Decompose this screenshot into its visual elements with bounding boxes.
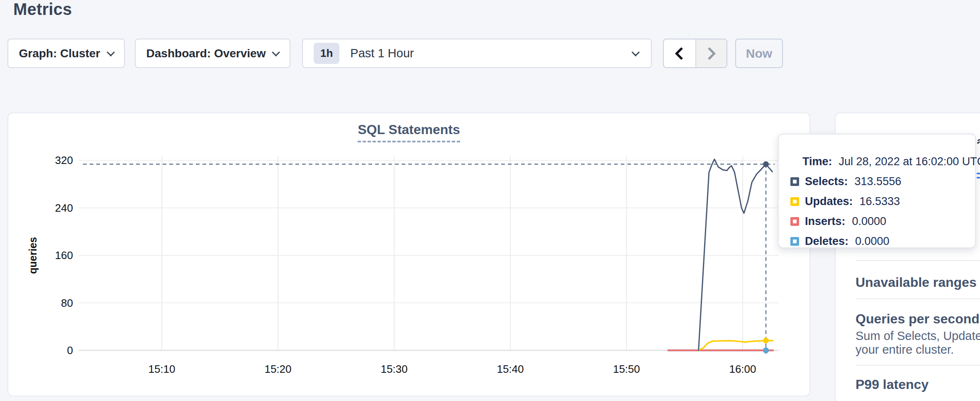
tooltip-selects-label: Selects: bbox=[805, 175, 848, 188]
deletes-series-swatch bbox=[790, 237, 799, 246]
tooltip-inserts-row: Inserts: 0.0000 bbox=[790, 214, 968, 228]
chevron-down-icon bbox=[631, 48, 640, 56]
tooltip-updates-row: Updates: 16.5333 bbox=[790, 194, 968, 208]
tooltip-inserts-label: Inserts: bbox=[805, 215, 846, 228]
chart-hover-tooltip: Time: Jul 28, 2022 at 16:02:00 UTC Selec… bbox=[778, 134, 976, 248]
tooltip-selects-value: 313.5556 bbox=[855, 175, 902, 188]
selects-series-swatch bbox=[790, 177, 799, 186]
tooltip-time-row: Time: Jul 28, 2022 at 16:02:00 UTC bbox=[802, 154, 968, 169]
tooltip-selects-row: Selects: 313.5556 bbox=[790, 174, 968, 188]
divider bbox=[856, 298, 980, 299]
qps-description-line2: your entire cluster. bbox=[856, 343, 980, 357]
time-range-dropdown[interactable]: 1h Past 1 Hour bbox=[302, 39, 652, 68]
tooltip-updates-value: 16.5333 bbox=[860, 195, 900, 208]
tooltip-time-label: Time: bbox=[802, 155, 832, 168]
updates-series-swatch bbox=[790, 197, 799, 206]
chevron-down-icon bbox=[272, 48, 280, 56]
tooltip-deletes-row: Deletes: 0.0000 bbox=[790, 234, 968, 248]
chevron-right-icon bbox=[703, 47, 716, 60]
divider bbox=[856, 260, 980, 261]
step-forward-button-disabled[interactable] bbox=[695, 39, 727, 67]
tooltip-inserts-value: 0.0000 bbox=[852, 215, 887, 228]
tooltip-deletes-value: 0.0000 bbox=[855, 235, 890, 248]
sidebar-item-p99-latency: P99 latency bbox=[856, 377, 980, 392]
chevron-left-icon bbox=[675, 47, 687, 60]
graph-scope-dropdown[interactable]: Graph: Cluster bbox=[7, 39, 125, 68]
now-button[interactable]: Now bbox=[735, 39, 783, 68]
graph-scope-label: Graph: Cluster bbox=[19, 47, 100, 60]
chart-title-wrap: SQL Statements bbox=[7, 122, 810, 142]
page-title: Metrics bbox=[13, 0, 72, 19]
step-back-button[interactable] bbox=[664, 39, 695, 67]
clipped-text-fragment: a bbox=[977, 134, 980, 144]
qps-description-line1: Sum of Selects, Updates, Inser bbox=[856, 329, 980, 343]
sidebar-item-unavailable-ranges: Unavailable ranges bbox=[856, 275, 980, 290]
dashboard-dropdown[interactable]: Dashboard: Overview bbox=[135, 39, 290, 68]
divider bbox=[856, 365, 980, 366]
sql-statements-chart-card bbox=[7, 112, 810, 396]
dashboard-label: Dashboard: Overview bbox=[146, 47, 266, 60]
tooltip-time-value: Jul 28, 2022 at 16:02:00 UTC bbox=[839, 155, 980, 168]
metrics-page: Metrics Graph: Cluster Dashboard: Overvi… bbox=[0, 0, 980, 401]
tooltip-updates-label: Updates: bbox=[805, 195, 853, 208]
time-range-badge: 1h bbox=[314, 43, 339, 64]
sidebar-item-queries-per-second: Queries per second bbox=[856, 311, 980, 327]
chart-title-link[interactable]: SQL Statements bbox=[358, 122, 460, 142]
time-range-label: Past 1 Hour bbox=[350, 46, 633, 60]
tooltip-deletes-label: Deletes: bbox=[805, 235, 848, 248]
time-step-button-group bbox=[663, 39, 727, 68]
inserts-series-swatch bbox=[790, 217, 799, 226]
clipped-link-fragment bbox=[977, 173, 980, 178]
chevron-down-icon bbox=[107, 48, 115, 56]
